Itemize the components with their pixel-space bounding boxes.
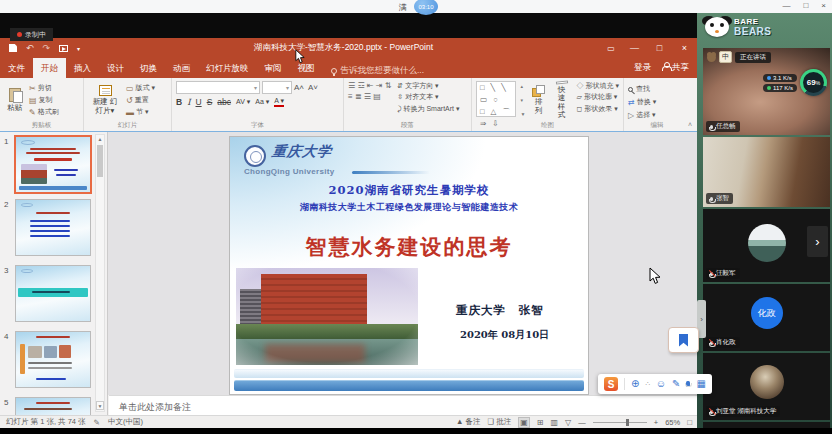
char-spacing-button[interactable]: AV ▾ [236,98,250,106]
strikethrough-button[interactable]: abc [217,97,231,107]
paste-button[interactable]: 粘贴 [4,81,25,119]
qat-customize-icon[interactable]: ▾ [77,45,80,52]
zoom-in-button[interactable]: + [654,418,658,427]
bold-button[interactable]: B [176,97,182,107]
tab-design[interactable]: 设计 [99,58,132,78]
video-tile-4[interactable]: 化政 肖化政 [703,284,830,351]
share-app-logo[interactable]: S [604,377,618,391]
grid-windows-icon[interactable]: ▦ [696,379,705,389]
slide-sorter-icon[interactable]: ⊞ [537,418,544,427]
fit-slide-icon[interactable]: □ [687,418,692,427]
text-direction-button[interactable]: ⇵ 文字方向 ▾ [397,81,459,90]
slide-thumbnail-1[interactable] [16,137,90,192]
emoji-icon[interactable]: ☺ [656,379,666,389]
slideshow-view-icon[interactable]: ▽ [565,418,571,427]
bookmark-button[interactable] [668,327,699,353]
cut-button[interactable]: ✂剪切 [29,83,59,93]
more-dots-icon[interactable]: ∴ [645,380,649,388]
undo-icon[interactable]: ↶ [26,43,34,53]
slide-thumbnail-3[interactable] [16,266,90,321]
pencil-icon[interactable]: ✎ [672,379,680,389]
video-tile-3[interactable]: › 汪毅军 [703,209,830,282]
format-painter-button[interactable]: ✎格式刷 [29,107,59,117]
tab-transitions[interactable]: 切换 [132,58,165,78]
comments-toggle[interactable]: ❑ 批注 [487,417,511,427]
tab-slideshow[interactable]: 幻灯片放映 [198,58,257,78]
normal-view-icon[interactable]: ▣ [518,417,530,428]
scrollbar-thumb[interactable] [97,145,103,177]
font-name-select[interactable]: ▾ [176,81,260,94]
italic-button[interactable]: I [187,97,190,107]
zoom-slider-thumb[interactable] [626,419,629,426]
next-page-arrow[interactable]: › [807,226,828,257]
find-button[interactable]: 查找 [628,84,656,94]
tab-file[interactable]: 文件 [0,58,33,78]
shape-gallery[interactable]: □ ╲ ╲ ▭ ○ □ △ ⌒ ⇒ ⇩ ◡ ~ ∿ { } [476,81,516,117]
replace-button[interactable]: ⇄替换 ▾ [628,97,656,107]
font-size-select[interactable]: ▾ [262,81,292,94]
collapse-ribbon-icon[interactable]: ˄ [688,121,692,128]
redo-icon[interactable]: ↷ [43,43,51,53]
reset-button[interactable]: ↺重置 [126,95,155,105]
scroll-down-icon[interactable]: ▼ [96,401,104,410]
notes-pane[interactable]: 单击此处添加备注 [109,395,697,415]
list-indent-buttons[interactable]: ☰ ☲ ⇤ ⇥ ⇅ [348,81,391,90]
minimize-button[interactable]: — [782,1,790,10]
tab-animations[interactable]: 动画 [165,58,198,78]
tab-home[interactable]: 开始 [33,58,66,78]
save-icon[interactable] [9,44,17,52]
video-tile-1[interactable]: 中 正在讲话 3.1 K/s 117 K/s 69% 任总畅 [703,48,830,135]
ppt-minimize-button[interactable]: — [622,38,647,58]
change-case-button[interactable]: Aa ▾ [255,98,269,106]
mic-icon[interactable] [686,381,690,387]
underline-button[interactable]: U [196,97,202,107]
avatar [748,224,786,262]
share-button[interactable]: 共享 [662,62,689,74]
shape-gallery-scroll[interactable]: ▴ ▾ ▼ [520,81,525,119]
tab-insert[interactable]: 插入 [66,58,99,78]
zoom-slider[interactable] [593,422,647,423]
quick-styles-button[interactable]: 快速样式 [551,81,571,119]
close-button[interactable]: × [821,1,826,10]
tell-me-box[interactable]: 告诉我您想要做什么... [331,58,425,78]
align-text-button[interactable]: ⇳ 对齐文本 ▾ [397,92,459,101]
font-color-button[interactable]: A ▾ [274,97,284,107]
reading-view-icon[interactable]: ▥ [551,418,559,427]
shape-effects-button[interactable]: ◻ 形状效果 ▾ [577,104,619,113]
arrange-button[interactable]: 排列 [529,81,547,119]
new-slide-button[interactable]: 新建 幻灯片▾ [88,81,122,119]
copy-button[interactable]: ▤复制 [29,95,59,105]
sign-in-button[interactable]: 登录 [634,62,651,74]
select-button[interactable]: ▷选择 ▾ [628,110,656,120]
slide-thumbnail-4[interactable] [16,332,90,387]
slide-canvas[interactable]: 重庆大学 ChongQing University 2020湖南省研究生暑期学校… [230,137,588,394]
proofing-icon[interactable]: ✎ [94,418,100,427]
shrink-font-button[interactable]: A˅ [308,83,318,92]
ribbon-display-options-icon[interactable]: ▭ [600,44,622,53]
grow-font-button[interactable]: A˄ [294,83,304,92]
align-buttons[interactable]: ≡ ≣ ☰ ▤ [348,92,391,101]
laser-pointer-icon[interactable]: ⊕ [631,379,639,389]
shadow-button[interactable]: S [207,97,213,107]
language-status[interactable]: 中文(中国) [108,417,143,427]
tab-review[interactable]: 审阅 [257,58,290,78]
video-tile-5[interactable]: 刘亚堂 湖南科技大学 [703,353,830,420]
notes-toggle[interactable]: ▲ 备注 [456,417,481,427]
ppt-close-button[interactable]: × [672,38,697,58]
layout-button[interactable]: ▭版式 ▾ [126,83,155,93]
section-button[interactable]: ▬节 ▾ [126,107,155,117]
shape-fill-button[interactable]: ◇ 形状填充 ▾ [577,81,619,90]
zoom-level[interactable]: 65% [665,418,680,427]
slide-thumbnail-5[interactable] [16,398,90,415]
smartart-button[interactable]: ⤸ 转换为 SmartArt ▾ [397,104,459,113]
shape-outline-button[interactable]: ▱ 形状轮廓 ▾ [577,92,619,101]
slideshow-icon[interactable] [59,45,68,52]
thumbnail-scrollbar[interactable]: ▲ ▼ [95,134,105,412]
ppt-maximize-button[interactable]: □ [647,38,672,58]
video-tile-2[interactable]: 张智 [703,137,830,207]
maximize-button[interactable]: □ [803,1,808,10]
scroll-up-icon[interactable]: ▲ [96,136,104,142]
download-dot-icon [767,86,771,90]
slide-thumbnail-2[interactable] [16,200,90,255]
zoom-out-button[interactable]: — [578,418,586,427]
